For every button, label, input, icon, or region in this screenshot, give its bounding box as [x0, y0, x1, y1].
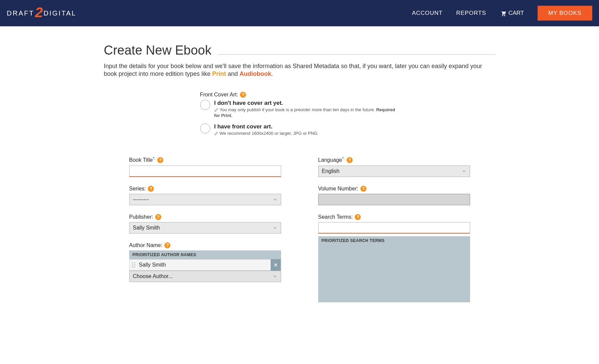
svg-point-2 — [132, 264, 133, 265]
nav-reports[interactable]: REPORTS — [456, 10, 486, 17]
choose-author-select[interactable]: Choose Author... — [129, 271, 281, 282]
form-grid: Book Title*: ? Series: ? --------- Publi… — [129, 156, 470, 302]
language-select[interactable]: English — [318, 165, 470, 177]
nav-account[interactable]: ACCOUNT — [412, 10, 443, 17]
help-icon[interactable]: ? — [148, 186, 154, 192]
publisher-select[interactable]: Sally Smith — [129, 222, 281, 234]
help-icon[interactable]: ? — [360, 186, 366, 192]
cover-option-no-art: I don't have cover art yet. You may only… — [200, 100, 399, 119]
author-name-label: Sally Smith — [138, 262, 271, 268]
cart-icon — [500, 10, 507, 16]
radio-have-cover-art[interactable] — [200, 123, 210, 133]
edit-icon — [214, 131, 218, 135]
site-header: DRAFT 2 DIGITAL ACCOUNT REPORTS CART MY … — [0, 0, 599, 26]
logo-left: DRAFT — [7, 9, 34, 17]
radio-no-cover-art[interactable] — [200, 100, 210, 110]
close-icon — [273, 263, 278, 267]
chevron-down-icon — [273, 274, 277, 279]
help-icon[interactable]: ? — [157, 157, 163, 163]
field-language: Language*: ? English — [318, 156, 470, 177]
author-names-header: PRIORITIZED AUTHOR NAMES — [129, 250, 281, 259]
field-publisher: Publisher: ? Sally Smith — [129, 214, 281, 234]
svg-point-1 — [134, 262, 135, 263]
chevron-down-icon — [273, 225, 277, 230]
volume-number-input[interactable] — [318, 194, 470, 205]
logo[interactable]: DRAFT 2 DIGITAL — [7, 5, 76, 21]
help-icon[interactable]: ? — [347, 157, 353, 163]
print-link[interactable]: Print — [212, 70, 226, 77]
audiobook-link[interactable]: Audiobook — [240, 70, 271, 77]
book-title-input[interactable] — [129, 165, 281, 177]
intro-text: Input the details for your book below an… — [104, 62, 495, 78]
cart-label: CART — [509, 10, 524, 17]
no-cover-title: I don't have cover art yet. — [214, 100, 399, 107]
search-terms-header: PRIORITIZED SEARCH TERMS — [318, 236, 470, 245]
search-terms-input[interactable] — [318, 222, 470, 234]
cover-option-have-art: I have front cover art. We recommend 160… — [200, 123, 399, 136]
logo-2-icon: 2 — [35, 4, 43, 21]
series-select[interactable]: --------- — [129, 194, 281, 205]
nav-cart[interactable]: CART — [500, 10, 524, 17]
cover-art-label: Front Cover Art: ? — [200, 92, 399, 98]
svg-point-0 — [132, 262, 133, 263]
top-nav: ACCOUNT REPORTS CART MY BOOKS — [412, 6, 592, 21]
help-icon[interactable]: ? — [164, 242, 170, 248]
title-divider — [218, 54, 495, 55]
field-book-title: Book Title*: ? — [129, 156, 281, 177]
drag-handle-icon[interactable] — [130, 262, 138, 268]
no-cover-sub: You may only publish if your book is a p… — [214, 107, 399, 119]
page-title: Create New Ebook — [104, 43, 212, 58]
author-item: Sally Smith — [129, 259, 281, 271]
main-content: Create New Ebook Input the details for y… — [97, 43, 502, 316]
search-terms-box — [318, 245, 470, 302]
remove-author-button[interactable] — [271, 259, 281, 271]
logo-right: DIGITAL — [44, 9, 76, 17]
field-volume-number: Volume Number: ? — [318, 186, 470, 205]
chevron-down-icon — [462, 169, 466, 174]
chevron-down-icon — [273, 197, 277, 202]
svg-point-3 — [134, 264, 135, 265]
help-icon[interactable]: ? — [355, 214, 361, 220]
field-author-name: Author Name: ? PRIORITIZED AUTHOR NAMES … — [129, 242, 281, 282]
field-search-terms: Search Terms: ? PRIORITIZED SEARCH TERMS — [318, 214, 470, 302]
cover-art-section: Front Cover Art: ? I don't have cover ar… — [200, 92, 399, 136]
svg-point-5 — [134, 266, 135, 267]
help-icon[interactable]: ? — [155, 214, 161, 220]
help-icon[interactable]: ? — [240, 92, 246, 98]
edit-icon — [214, 108, 218, 112]
have-cover-sub: We recommend 1600x2400 or larger, JPG or… — [214, 131, 399, 136]
svg-point-4 — [132, 266, 133, 267]
field-series: Series: ? --------- — [129, 186, 281, 205]
my-books-button[interactable]: MY BOOKS — [538, 6, 592, 21]
have-cover-title: I have front cover art. — [214, 123, 399, 130]
